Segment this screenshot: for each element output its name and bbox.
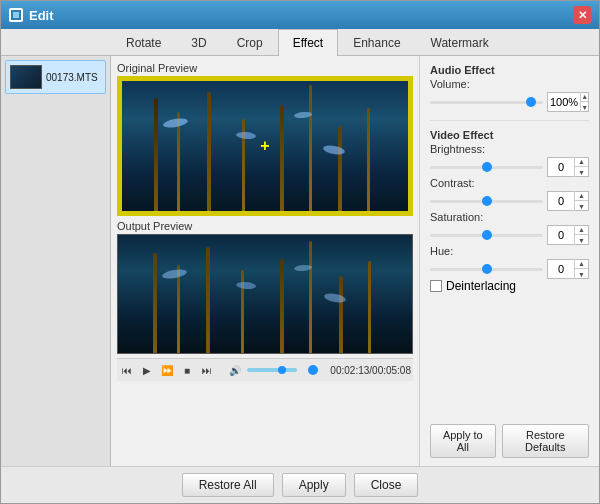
saturation-slider[interactable] xyxy=(430,234,543,237)
saturation-thumb xyxy=(482,230,492,240)
title-bar: Edit ✕ xyxy=(1,1,599,29)
hue-up-button[interactable]: ▲ xyxy=(575,259,588,269)
edit-window: Edit ✕ Rotate 3D Crop Effect Enhance Wat… xyxy=(0,0,600,504)
video-effect-section: Video Effect Brightness: 0 ▲ ▼ xyxy=(430,129,589,293)
contrast-slider-row: 0 ▲ ▼ xyxy=(430,191,589,211)
original-preview-section: Original Preview xyxy=(117,62,413,216)
brightness-up-button[interactable]: ▲ xyxy=(575,157,588,167)
hue-slider[interactable] xyxy=(430,268,543,271)
skip-end-button[interactable]: ⏭ xyxy=(199,362,215,378)
main-panel: Original Preview xyxy=(111,56,419,466)
close-button[interactable]: ✕ xyxy=(573,6,591,24)
hue-row: Hue: 0 ▲ ▼ xyxy=(430,245,589,279)
bottom-bar: Restore All Apply Close xyxy=(1,466,599,503)
volume-spin-buttons[interactable]: ▲ ▼ xyxy=(580,92,588,112)
hue-thumb xyxy=(482,264,492,274)
output-preview xyxy=(117,234,413,354)
fast-forward-button[interactable]: ⏩ xyxy=(159,362,175,378)
divider-1 xyxy=(430,120,589,121)
saturation-down-button[interactable]: ▼ xyxy=(575,235,588,245)
volume-spinbox[interactable]: 100% ▲ ▼ xyxy=(547,92,589,112)
saturation-up-button[interactable]: ▲ xyxy=(575,225,588,235)
hue-spin-buttons[interactable]: ▲ ▼ xyxy=(574,259,588,279)
output-video-bg xyxy=(118,235,412,353)
volume-down-button[interactable]: ▼ xyxy=(581,102,588,112)
apply-button[interactable]: Apply xyxy=(282,473,346,497)
contrast-thumb xyxy=(482,196,492,206)
contrast-spinbox[interactable]: 0 ▲ ▼ xyxy=(547,191,589,211)
volume-icon: 🔊 xyxy=(227,362,243,378)
audio-effect-section: Audio Effect Volume: 100% ▲ ▼ xyxy=(430,64,589,112)
tab-effect[interactable]: Effect xyxy=(278,29,338,56)
audio-volume-thumb xyxy=(526,97,536,107)
contrast-down-button[interactable]: ▼ xyxy=(575,201,588,211)
right-action-row: Apply to All Restore Defaults xyxy=(430,424,589,458)
original-preview: + xyxy=(117,76,413,216)
skip-start-button[interactable]: ⏮ xyxy=(119,362,135,378)
brightness-spin-buttons[interactable]: ▲ ▼ xyxy=(574,157,588,177)
hue-slider-row: 0 ▲ ▼ xyxy=(430,259,589,279)
brightness-spinbox[interactable]: 0 ▲ ▼ xyxy=(547,157,589,177)
contrast-label: Contrast: xyxy=(430,177,589,189)
brightness-slider-row: 0 ▲ ▼ xyxy=(430,157,589,177)
progress-thumb xyxy=(308,365,318,375)
tab-rotate[interactable]: Rotate xyxy=(111,29,176,56)
volume-label: Volume: xyxy=(430,78,589,90)
brightness-down-button[interactable]: ▼ xyxy=(575,167,588,177)
original-video-bg: + xyxy=(119,78,411,214)
close-bottom-button[interactable]: Close xyxy=(354,473,419,497)
audio-volume-slider[interactable] xyxy=(430,101,543,104)
brightness-thumb xyxy=(482,162,492,172)
brightness-value: 0 xyxy=(548,161,574,173)
saturation-value: 0 xyxy=(548,229,574,241)
contrast-spin-buttons[interactable]: ▲ ▼ xyxy=(574,191,588,211)
tab-crop[interactable]: Crop xyxy=(222,29,278,56)
saturation-spinbox[interactable]: 0 ▲ ▼ xyxy=(547,225,589,245)
volume-slider-row: 100% ▲ ▼ xyxy=(430,92,589,112)
content-area: 00173.MTS Original Preview xyxy=(1,56,599,466)
progress-slider[interactable] xyxy=(309,368,318,372)
controls-bar: ⏮ ▶ ⏩ ■ ⏭ 🔊 00:02:13/00:05:08 xyxy=(117,358,413,381)
saturation-slider-row: 0 ▲ ▼ xyxy=(430,225,589,245)
original-preview-label: Original Preview xyxy=(117,62,413,74)
contrast-up-button[interactable]: ▲ xyxy=(575,191,588,201)
brightness-row: Brightness: 0 ▲ ▼ xyxy=(430,143,589,177)
tab-watermark[interactable]: Watermark xyxy=(416,29,504,56)
file-name: 00173.MTS xyxy=(46,72,98,83)
title-bar-left: Edit xyxy=(9,8,54,23)
time-display: 00:02:13/00:05:08 xyxy=(330,365,411,376)
audio-effect-label: Audio Effect xyxy=(430,64,589,76)
contrast-slider[interactable] xyxy=(430,200,543,203)
video-effect-label: Video Effect xyxy=(430,129,589,141)
hue-value: 0 xyxy=(548,263,574,275)
volume-thumb xyxy=(278,366,286,374)
deinterlacing-checkbox[interactable] xyxy=(430,280,442,292)
deinterlacing-label: Deinterlacing xyxy=(446,279,516,293)
brightness-slider[interactable] xyxy=(430,166,543,169)
saturation-label: Saturation: xyxy=(430,211,589,223)
stop-button[interactable]: ■ xyxy=(179,362,195,378)
output-preview-label: Output Preview xyxy=(117,220,413,232)
hue-spinbox[interactable]: 0 ▲ ▼ xyxy=(547,259,589,279)
volume-up-button[interactable]: ▲ xyxy=(581,92,588,102)
tab-3d[interactable]: 3D xyxy=(176,29,221,56)
file-thumbnail xyxy=(10,65,42,89)
contrast-row: Contrast: 0 ▲ ▼ xyxy=(430,177,589,211)
saturation-row: Saturation: 0 ▲ ▼ xyxy=(430,211,589,245)
hue-down-button[interactable]: ▼ xyxy=(575,269,588,279)
saturation-spin-buttons[interactable]: ▲ ▼ xyxy=(574,225,588,245)
right-panel: Audio Effect Volume: 100% ▲ ▼ xyxy=(419,56,599,466)
svg-rect-1 xyxy=(13,12,19,18)
brightness-label: Brightness: xyxy=(430,143,589,155)
restore-defaults-button[interactable]: Restore Defaults xyxy=(502,424,590,458)
restore-all-button[interactable]: Restore All xyxy=(182,473,274,497)
volume-slider[interactable] xyxy=(247,368,297,372)
volume-row: Volume: 100% ▲ ▼ xyxy=(430,78,589,112)
tab-enhance[interactable]: Enhance xyxy=(338,29,415,56)
file-item[interactable]: 00173.MTS xyxy=(5,60,106,94)
play-button[interactable]: ▶ xyxy=(139,362,155,378)
app-icon xyxy=(9,8,23,22)
apply-to-all-button[interactable]: Apply to All xyxy=(430,424,496,458)
crosshair-icon: + xyxy=(260,137,269,155)
output-preview-section: Output Preview xyxy=(117,220,413,354)
